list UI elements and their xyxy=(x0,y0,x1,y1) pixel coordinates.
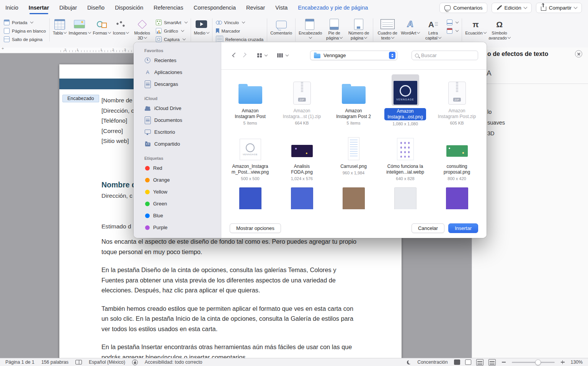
sidebar-item-compartido[interactable]: Compartido xyxy=(134,138,221,150)
editing-mode-button[interactable]: Edición xyxy=(492,3,531,13)
zoom-in-button[interactable] xyxy=(561,360,565,364)
cancel-button[interactable]: Cancelar xyxy=(412,223,444,233)
page-count[interactable]: Página 1 de 1 xyxy=(5,359,34,365)
ribbon-icons[interactable]: Iconos xyxy=(112,18,130,36)
view-print-layout-icon[interactable] xyxy=(465,359,471,365)
accessibility-status[interactable]: Accesibilidad: todo correcto xyxy=(145,359,202,365)
location-dropdown[interactable]: Venngage xyxy=(310,51,397,60)
insert-button[interactable]: Insertar xyxy=(448,223,478,233)
file-item[interactable]: VENNGAGE AmazonInstagra...ost.png 1,080 … xyxy=(379,74,431,126)
view-focus-icon[interactable] xyxy=(454,359,460,365)
ribbon-header[interactable]: Encabezado xyxy=(297,18,322,40)
icon-view-button[interactable] xyxy=(255,51,270,59)
menu-tab[interactable]: Disposición xyxy=(115,5,143,11)
ribbon-date-time[interactable] xyxy=(445,27,460,35)
date-time-icon xyxy=(447,28,452,34)
ribbon-signature-line[interactable] xyxy=(445,18,460,26)
text-effects-tab-icon[interactable]: A xyxy=(487,69,492,77)
ribbon-cover-page[interactable]: Portada xyxy=(2,18,47,26)
pane-section-row[interactable]: 3D xyxy=(487,128,505,139)
tag-item[interactable]: Orange xyxy=(134,174,221,186)
file-item[interactable]: consultingproposal.png 800 x 420 xyxy=(431,130,483,181)
file-item[interactable]: AnalisisFODA.png 1,024 x 576 xyxy=(276,130,328,181)
pane-section-row[interactable]: suaves xyxy=(487,117,505,128)
ribbon-footer[interactable]: Pie de página xyxy=(322,18,346,40)
zoom-slider-knob[interactable] xyxy=(535,359,541,365)
tag-item[interactable]: Green xyxy=(134,198,221,210)
sidebar-item-recientes[interactable]: Recientes xyxy=(134,54,221,66)
ribbon-table[interactable]: Tabla xyxy=(52,18,67,36)
view-outline-icon[interactable] xyxy=(488,359,496,366)
close-pane-button[interactable] xyxy=(575,50,582,57)
file-item[interactable]: AmazonInstagram Post 5 ítems xyxy=(224,74,276,126)
search-field[interactable]: Buscar xyxy=(412,51,478,60)
ribbon-link[interactable]: Vínculo xyxy=(214,18,265,26)
ribbon-page-number[interactable]: Número de página xyxy=(346,18,371,40)
ribbon-media[interactable]: Medio xyxy=(193,18,210,36)
ribbon-smartart[interactable]: SmartArt xyxy=(154,18,188,26)
zoom-level[interactable]: 130% xyxy=(571,359,583,365)
menu-tab[interactable]: Revisar xyxy=(246,5,265,11)
ribbon-page-break[interactable]: Salto de página xyxy=(2,35,47,43)
share-button[interactable]: Compartir xyxy=(536,3,582,13)
menu-tab[interactable]: Encabezado y pie de página xyxy=(298,5,368,11)
pane-section-row[interactable]: lo xyxy=(487,107,505,117)
menu-tab[interactable]: Dibujar xyxy=(59,5,77,11)
language-indicator[interactable]: Español (México) xyxy=(89,359,125,365)
file-item[interactable]: ZIP AmazonInstagram Post.zip 605 KB xyxy=(431,74,483,126)
file-item[interactable]: Cómo funciona lainteligen...ial.webp 640… xyxy=(379,130,431,181)
file-item[interactable]: ZIP AmazonInstagra...st (1).zip 664 KB xyxy=(276,74,328,126)
ribbon-text-box[interactable]: Cuadro de texto xyxy=(375,18,400,40)
file-item[interactable] xyxy=(328,186,379,209)
file-item[interactable]: Carrusel.png 960 x 1,984 xyxy=(328,130,379,181)
ribbon-comment[interactable]: Comentario xyxy=(269,18,293,36)
comments-button[interactable]: Comentarios xyxy=(439,3,488,13)
tag-item[interactable]: Purple xyxy=(134,222,221,233)
ribbon-wordart[interactable]: AWordArt xyxy=(400,18,421,36)
show-options-button[interactable]: Mostrar opciones xyxy=(230,223,281,233)
tag-item[interactable]: Blue xyxy=(134,210,221,222)
menu-tab[interactable]: Inicio xyxy=(5,5,18,11)
tag-item[interactable]: Red xyxy=(134,162,221,174)
menu-tab[interactable]: Diseño xyxy=(87,5,105,11)
contact-line: [Teléfono] xyxy=(101,116,134,126)
back-button[interactable] xyxy=(230,51,238,59)
menu-tab[interactable]: Referencias xyxy=(154,5,183,11)
proofing-status-icon[interactable] xyxy=(75,360,82,364)
focus-mode-toggle[interactable]: Concentración xyxy=(417,359,448,365)
sidebar-item-aplicaciones[interactable]: AAplicaciones xyxy=(134,66,221,78)
page-number-icon xyxy=(354,19,363,30)
group-view-button[interactable] xyxy=(275,51,291,59)
file-item[interactable] xyxy=(431,186,483,209)
tag-item[interactable]: Yellow xyxy=(134,186,221,198)
ribbon-advanced-symbol[interactable]: ΩSímbolo avanzado xyxy=(487,18,512,40)
word-count[interactable]: 156 palabras xyxy=(41,359,69,365)
sidebar-item-icloud-drive[interactable]: iCloud Drive xyxy=(134,102,221,114)
forward-button[interactable] xyxy=(240,51,249,59)
ribbon-3d-models[interactable]: Modelos 3D xyxy=(130,18,154,40)
zoom-out-button[interactable] xyxy=(502,362,506,363)
file-item[interactable]: AmazonInstagram Post 2 5 ítems xyxy=(328,74,379,126)
menu-tab[interactable]: Vista xyxy=(275,5,287,11)
file-item[interactable] xyxy=(224,186,276,209)
file-item[interactable] xyxy=(379,186,431,209)
ribbon-chart[interactable]: Gráfico xyxy=(154,27,188,35)
view-web-layout-icon[interactable] xyxy=(476,359,483,366)
ribbon-equation[interactable]: πEcuación xyxy=(464,18,487,36)
file-name: consultingproposal.png xyxy=(444,164,470,175)
menu-tab[interactable]: Insertar xyxy=(29,5,49,11)
file-thumbnail xyxy=(291,145,313,157)
menu-tab[interactable]: Correspondencia xyxy=(194,5,236,11)
file-row-3 xyxy=(221,186,487,209)
ribbon-bookmark[interactable]: Marcador xyxy=(214,27,265,35)
sidebar-item-descargas[interactable]: Descargas xyxy=(134,78,221,90)
ribbon-blank-page[interactable]: Página en blanco xyxy=(2,27,47,35)
file-item[interactable]: VENNGAGE Amazon_Instagram_Post...view.pn… xyxy=(224,130,276,181)
zoom-slider[interactable] xyxy=(512,359,555,365)
file-item[interactable] xyxy=(276,186,328,209)
ribbon-shapes[interactable]: Formas xyxy=(92,18,112,36)
ribbon-pictures[interactable]: Imágenes xyxy=(67,18,91,36)
sidebar-item-documentos[interactable]: Documentos xyxy=(134,114,221,126)
sidebar-item-escritorio[interactable]: Escritorio xyxy=(134,126,221,138)
ribbon-drop-cap[interactable]: ALetra capital xyxy=(421,18,445,40)
